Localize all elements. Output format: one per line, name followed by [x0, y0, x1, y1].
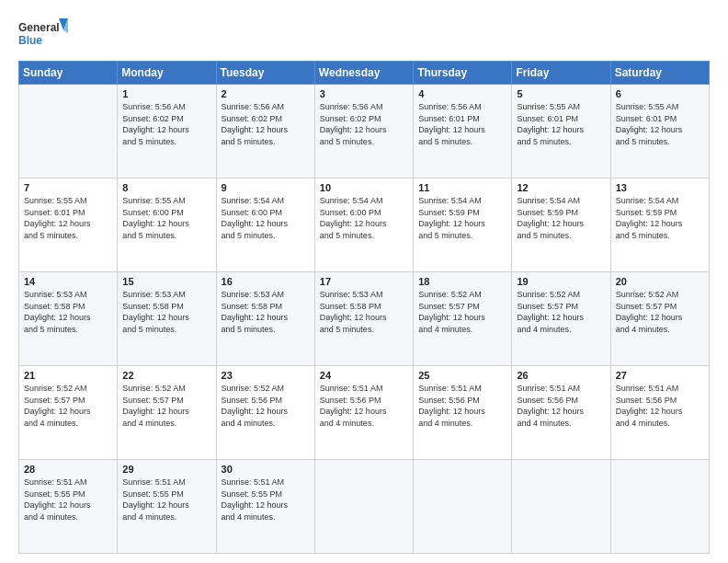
day-number: 23: [222, 370, 310, 381]
day-number: 15: [122, 276, 210, 287]
day-number: 10: [320, 182, 408, 193]
calendar-cell: [314, 460, 413, 554]
logo-svg: General Blue: [18, 17, 69, 52]
cell-text: Sunrise: 5:52 AM Sunset: 5:57 PM Dayligh…: [122, 383, 210, 429]
day-number: 22: [122, 370, 210, 381]
calendar-cell: 20Sunrise: 5:52 AM Sunset: 5:57 PM Dayli…: [610, 272, 709, 366]
svg-text:Blue: Blue: [18, 34, 42, 47]
logo: General Blue: [18, 17, 69, 52]
calendar-cell: [19, 85, 118, 178]
calendar-cell: [512, 460, 610, 554]
calendar-cell: 2Sunrise: 5:56 AM Sunset: 6:02 PM Daylig…: [216, 85, 314, 178]
calendar-week-row: 1Sunrise: 5:56 AM Sunset: 6:02 PM Daylig…: [19, 85, 710, 178]
cell-text: Sunrise: 5:55 AM Sunset: 6:00 PM Dayligh…: [122, 195, 210, 241]
calendar-cell: 16Sunrise: 5:53 AM Sunset: 5:58 PM Dayli…: [216, 272, 314, 366]
day-number: 8: [122, 182, 210, 193]
day-number: 25: [418, 370, 506, 381]
cell-text: Sunrise: 5:56 AM Sunset: 6:01 PM Dayligh…: [418, 101, 506, 147]
day-number: 30: [222, 464, 310, 475]
calendar-cell: 23Sunrise: 5:52 AM Sunset: 5:56 PM Dayli…: [216, 366, 314, 460]
cell-text: Sunrise: 5:56 AM Sunset: 6:02 PM Dayligh…: [122, 101, 210, 147]
day-number: 6: [616, 88, 704, 99]
day-number: 28: [24, 464, 112, 475]
cell-text: Sunrise: 5:53 AM Sunset: 5:58 PM Dayligh…: [24, 289, 112, 335]
cell-text: Sunrise: 5:55 AM Sunset: 6:01 PM Dayligh…: [517, 101, 605, 147]
cell-text: Sunrise: 5:52 AM Sunset: 5:57 PM Dayligh…: [418, 289, 506, 335]
day-number: 20: [616, 276, 704, 287]
calendar-cell: 22Sunrise: 5:52 AM Sunset: 5:57 PM Dayli…: [118, 366, 216, 460]
calendar-cell: 21Sunrise: 5:52 AM Sunset: 5:57 PM Dayli…: [19, 366, 118, 460]
day-number: 26: [517, 370, 605, 381]
day-number: 16: [222, 276, 310, 287]
day-number: 21: [24, 370, 112, 381]
calendar-cell: 13Sunrise: 5:54 AM Sunset: 5:59 PM Dayli…: [610, 178, 709, 272]
day-number: 14: [24, 276, 112, 287]
calendar-week-row: 28Sunrise: 5:51 AM Sunset: 5:55 PM Dayli…: [19, 460, 710, 554]
day-number: 19: [517, 276, 605, 287]
calendar-cell: 14Sunrise: 5:53 AM Sunset: 5:58 PM Dayli…: [19, 272, 118, 366]
calendar-cell: 6Sunrise: 5:55 AM Sunset: 6:01 PM Daylig…: [610, 85, 709, 178]
calendar-body: 1Sunrise: 5:56 AM Sunset: 6:02 PM Daylig…: [19, 85, 710, 554]
cell-text: Sunrise: 5:51 AM Sunset: 5:56 PM Dayligh…: [616, 383, 704, 429]
cell-text: Sunrise: 5:51 AM Sunset: 5:55 PM Dayligh…: [222, 477, 310, 523]
cell-text: Sunrise: 5:54 AM Sunset: 6:00 PM Dayligh…: [222, 195, 310, 241]
calendar-cell: 17Sunrise: 5:53 AM Sunset: 5:58 PM Dayli…: [314, 272, 413, 366]
calendar-cell: 27Sunrise: 5:51 AM Sunset: 5:56 PM Dayli…: [610, 366, 709, 460]
cell-text: Sunrise: 5:52 AM Sunset: 5:56 PM Dayligh…: [222, 383, 310, 429]
calendar-cell: 5Sunrise: 5:55 AM Sunset: 6:01 PM Daylig…: [512, 85, 610, 178]
calendar-cell: [610, 460, 709, 554]
calendar-day-header: Tuesday: [216, 62, 314, 85]
cell-text: Sunrise: 5:54 AM Sunset: 5:59 PM Dayligh…: [616, 195, 704, 241]
cell-text: Sunrise: 5:53 AM Sunset: 5:58 PM Dayligh…: [320, 289, 408, 335]
calendar-cell: 26Sunrise: 5:51 AM Sunset: 5:56 PM Dayli…: [512, 366, 610, 460]
cell-text: Sunrise: 5:54 AM Sunset: 5:59 PM Dayligh…: [517, 195, 605, 241]
cell-text: Sunrise: 5:54 AM Sunset: 6:00 PM Dayligh…: [320, 195, 408, 241]
cell-text: Sunrise: 5:54 AM Sunset: 5:59 PM Dayligh…: [418, 195, 506, 241]
cell-text: Sunrise: 5:56 AM Sunset: 6:02 PM Dayligh…: [320, 101, 408, 147]
calendar-cell: 18Sunrise: 5:52 AM Sunset: 5:57 PM Dayli…: [414, 272, 512, 366]
cell-text: Sunrise: 5:51 AM Sunset: 5:56 PM Dayligh…: [320, 383, 408, 429]
calendar-week-row: 21Sunrise: 5:52 AM Sunset: 5:57 PM Dayli…: [19, 366, 710, 460]
day-number: 3: [320, 88, 408, 99]
day-number: 18: [418, 276, 506, 287]
calendar-cell: 11Sunrise: 5:54 AM Sunset: 5:59 PM Dayli…: [414, 178, 512, 272]
calendar-cell: 30Sunrise: 5:51 AM Sunset: 5:55 PM Dayli…: [216, 460, 314, 554]
calendar-cell: 25Sunrise: 5:51 AM Sunset: 5:56 PM Dayli…: [414, 366, 512, 460]
calendar-week-row: 7Sunrise: 5:55 AM Sunset: 6:01 PM Daylig…: [19, 178, 710, 272]
calendar-week-row: 14Sunrise: 5:53 AM Sunset: 5:58 PM Dayli…: [19, 272, 710, 366]
day-number: 27: [616, 370, 704, 381]
calendar-cell: 7Sunrise: 5:55 AM Sunset: 6:01 PM Daylig…: [19, 178, 118, 272]
calendar-cell: 12Sunrise: 5:54 AM Sunset: 5:59 PM Dayli…: [512, 178, 610, 272]
cell-text: Sunrise: 5:53 AM Sunset: 5:58 PM Dayligh…: [122, 289, 210, 335]
calendar-cell: 8Sunrise: 5:55 AM Sunset: 6:00 PM Daylig…: [118, 178, 216, 272]
day-number: 5: [517, 88, 605, 99]
calendar-cell: 4Sunrise: 5:56 AM Sunset: 6:01 PM Daylig…: [414, 85, 512, 178]
day-number: 29: [122, 464, 210, 475]
calendar-cell: 9Sunrise: 5:54 AM Sunset: 6:00 PM Daylig…: [216, 178, 314, 272]
calendar-cell: 10Sunrise: 5:54 AM Sunset: 6:00 PM Dayli…: [314, 178, 413, 272]
day-number: 4: [418, 88, 506, 99]
cell-text: Sunrise: 5:56 AM Sunset: 6:02 PM Dayligh…: [222, 101, 310, 147]
calendar-day-header: Thursday: [414, 62, 512, 85]
calendar-day-header: Friday: [512, 62, 610, 85]
page: General Blue SundayMondayTuesdayWednesda…: [0, 0, 728, 563]
calendar-cell: 1Sunrise: 5:56 AM Sunset: 6:02 PM Daylig…: [118, 85, 216, 178]
calendar-day-header: Monday: [118, 62, 216, 85]
day-number: 13: [616, 182, 704, 193]
cell-text: Sunrise: 5:51 AM Sunset: 5:55 PM Dayligh…: [122, 477, 210, 523]
cell-text: Sunrise: 5:51 AM Sunset: 5:55 PM Dayligh…: [24, 477, 112, 523]
cell-text: Sunrise: 5:52 AM Sunset: 5:57 PM Dayligh…: [24, 383, 112, 429]
calendar-cell: 19Sunrise: 5:52 AM Sunset: 5:57 PM Dayli…: [512, 272, 610, 366]
day-number: 2: [222, 88, 310, 99]
calendar-cell: [414, 460, 512, 554]
day-number: 11: [418, 182, 506, 193]
calendar-cell: 24Sunrise: 5:51 AM Sunset: 5:56 PM Dayli…: [314, 366, 413, 460]
calendar-day-header: Sunday: [19, 62, 118, 85]
cell-text: Sunrise: 5:55 AM Sunset: 6:01 PM Dayligh…: [24, 195, 112, 241]
calendar-cell: 29Sunrise: 5:51 AM Sunset: 5:55 PM Dayli…: [118, 460, 216, 554]
calendar-cell: 3Sunrise: 5:56 AM Sunset: 6:02 PM Daylig…: [314, 85, 413, 178]
header: General Blue: [18, 17, 710, 52]
cell-text: Sunrise: 5:53 AM Sunset: 5:58 PM Dayligh…: [222, 289, 310, 335]
day-number: 24: [320, 370, 408, 381]
cell-text: Sunrise: 5:52 AM Sunset: 5:57 PM Dayligh…: [616, 289, 704, 335]
